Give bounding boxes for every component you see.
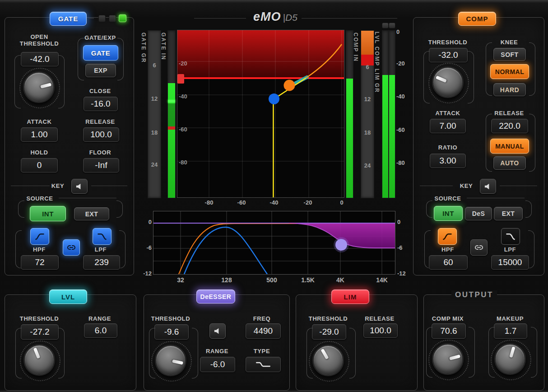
gate-release-label: RELEASE bbox=[73, 118, 127, 125]
comp-source-ext-button[interactable]: EXT bbox=[494, 207, 523, 220]
comp-release-auto-button[interactable]: AUTO bbox=[493, 156, 526, 170]
output-meter-right bbox=[389, 30, 395, 198]
lim-threshold-knob[interactable] bbox=[312, 345, 344, 376]
lowpass-filter-icon bbox=[505, 233, 516, 240]
comp-filter-link-button[interactable] bbox=[470, 239, 488, 256]
gate-source-int-button[interactable]: INT bbox=[30, 206, 66, 221]
gate-hold-value[interactable]: 0 bbox=[21, 158, 58, 173]
bracket bbox=[426, 201, 432, 218]
gate-lpf-value[interactable]: 239 bbox=[83, 255, 120, 270]
comp-threshold-label: THRESHOLD bbox=[421, 39, 475, 46]
deesser-section-button[interactable]: DeESSER bbox=[196, 289, 235, 303]
comp-source-int-button[interactable]: INT bbox=[434, 206, 463, 221]
comp-release-value[interactable]: 220.0 bbox=[491, 119, 528, 133]
bracket bbox=[58, 328, 65, 378]
comp-threshold-value[interactable]: -32.0 bbox=[429, 48, 468, 62]
gate-filter-link-button[interactable] bbox=[63, 239, 80, 256]
gate-floor-value[interactable]: -Inf bbox=[83, 158, 119, 173]
comp-hpf-enable-button[interactable] bbox=[438, 228, 457, 245]
deesser-threshold-value[interactable]: -9.6 bbox=[154, 324, 189, 340]
comp-lpf-enable-button[interactable] bbox=[501, 228, 520, 245]
comp-in-meter-label: COMP IN bbox=[353, 33, 359, 62]
deesser-type-button[interactable] bbox=[246, 357, 281, 372]
makeup-knob[interactable] bbox=[494, 343, 526, 375]
clip-indicator-right[interactable] bbox=[389, 23, 395, 28]
comp-section-button[interactable]: COMP bbox=[458, 12, 496, 26]
out-scale-tick: -40 bbox=[396, 93, 405, 100]
output-level-bar bbox=[389, 75, 395, 198]
lvl-threshold-label: THRESHOLD bbox=[12, 315, 66, 322]
gr-scale-tick: 6 bbox=[148, 62, 161, 69]
comp-attack-value[interactable]: 7.00 bbox=[430, 119, 466, 133]
deesser-threshold-knob[interactable] bbox=[155, 345, 186, 376]
gate-close-threshold-marker[interactable] bbox=[168, 126, 175, 130]
comp-ratio-value[interactable]: 3.00 bbox=[430, 154, 466, 168]
clip-indicator-left[interactable] bbox=[382, 23, 389, 28]
eq-y-tick: -12 bbox=[138, 270, 152, 277]
makeup-value[interactable]: 1.7 bbox=[494, 323, 527, 339]
comp-hpf-value[interactable]: 60 bbox=[429, 255, 468, 270]
gate-key-line-right bbox=[91, 186, 127, 186]
bracket bbox=[528, 230, 534, 268]
gr-meter-label: LVL COMP LIM GR bbox=[374, 32, 380, 93]
limiter-threshold-handle[interactable] bbox=[177, 74, 184, 84]
header-line-left bbox=[194, 18, 246, 19]
gate-hpf-value[interactable]: 72 bbox=[21, 255, 59, 270]
gate-source-ext-button[interactable]: EXT bbox=[74, 207, 109, 220]
lim-release-value[interactable]: 100.0 bbox=[363, 323, 398, 338]
eq-x-tick: 14K bbox=[371, 276, 393, 284]
comp-knee-normal-button[interactable]: NORMAL bbox=[490, 64, 529, 79]
eq-x-tick: 128 bbox=[215, 276, 238, 284]
comp-mix-value[interactable]: 70.6 bbox=[432, 323, 466, 339]
lvl-range-value[interactable]: 6.0 bbox=[84, 323, 117, 338]
comp-threshold-node[interactable] bbox=[284, 80, 295, 91]
comp-key-monitor-button[interactable] bbox=[480, 179, 496, 194]
bracket bbox=[116, 201, 123, 218]
lim-panel bbox=[296, 294, 418, 391]
gate-hpf-enable-button[interactable] bbox=[30, 228, 49, 245]
comp-release-manual-button[interactable]: MANUAL bbox=[490, 139, 529, 154]
comp-source-des-button[interactable]: DeS bbox=[465, 207, 492, 220]
gate-mode-exp-button[interactable]: EXP bbox=[85, 64, 116, 77]
gate-hold-label: HOLD bbox=[12, 149, 66, 156]
lim-section-button[interactable]: LIM bbox=[331, 289, 369, 304]
gate-release-value[interactable]: 100.0 bbox=[83, 127, 119, 142]
eq-y-tick: 0 bbox=[138, 219, 152, 225]
gate-attack-value[interactable]: 1.00 bbox=[21, 127, 58, 142]
gate-open-threshold-value[interactable]: -42.0 bbox=[21, 52, 59, 66]
comp-ratio-label: RATIO bbox=[421, 144, 475, 151]
dynamics-transfer-graph bbox=[177, 30, 344, 197]
gate-open-threshold-marker[interactable] bbox=[168, 100, 175, 103]
comp-threshold-knob[interactable] bbox=[432, 66, 464, 98]
gate-hpf-label: HPF bbox=[21, 246, 57, 253]
makeup-label: MAKEUP bbox=[483, 315, 537, 322]
lim-threshold-value[interactable]: -29.0 bbox=[312, 324, 346, 340]
deesser-handle[interactable] bbox=[335, 239, 347, 251]
knob-pointer bbox=[153, 343, 188, 378]
bracket bbox=[349, 328, 356, 378]
comp-knee-soft-button[interactable]: SOFT bbox=[493, 48, 526, 61]
comp-lpf-value[interactable]: 15000 bbox=[491, 255, 529, 270]
lvl-panel bbox=[5, 294, 136, 391]
gate-key-monitor-button[interactable] bbox=[71, 179, 88, 194]
header-line-right bbox=[302, 18, 397, 19]
comp-knee-hard-button[interactable]: HARD bbox=[493, 83, 526, 96]
gate-mode-gate-button[interactable]: GATE bbox=[83, 45, 118, 61]
gr-scale-tick: 12 bbox=[148, 95, 161, 102]
gate-threshold-knob[interactable] bbox=[23, 71, 55, 103]
gate-threshold-node[interactable] bbox=[269, 93, 279, 104]
gate-section-button[interactable]: GATE bbox=[50, 12, 87, 26]
deesser-monitor-button[interactable] bbox=[209, 323, 226, 339]
deesser-range-value[interactable]: -6.0 bbox=[200, 357, 235, 372]
gr-scale-tick: 6 bbox=[361, 64, 374, 70]
deesser-freq-value[interactable]: 4490 bbox=[246, 323, 281, 339]
gate-close-value[interactable]: -16.0 bbox=[84, 97, 118, 111]
gate-source-topline bbox=[59, 198, 116, 198]
comp-mix-knob[interactable] bbox=[432, 343, 464, 375]
lvl-threshold-knob[interactable] bbox=[23, 344, 55, 376]
key-filter-eq-graph bbox=[153, 211, 395, 274]
gate-lpf-enable-button[interactable] bbox=[93, 228, 111, 245]
lvl-threshold-value[interactable]: -27.2 bbox=[21, 324, 59, 340]
comp-mix-label: COMP MIX bbox=[421, 315, 475, 322]
lvl-section-button[interactable]: LVL bbox=[49, 289, 87, 304]
